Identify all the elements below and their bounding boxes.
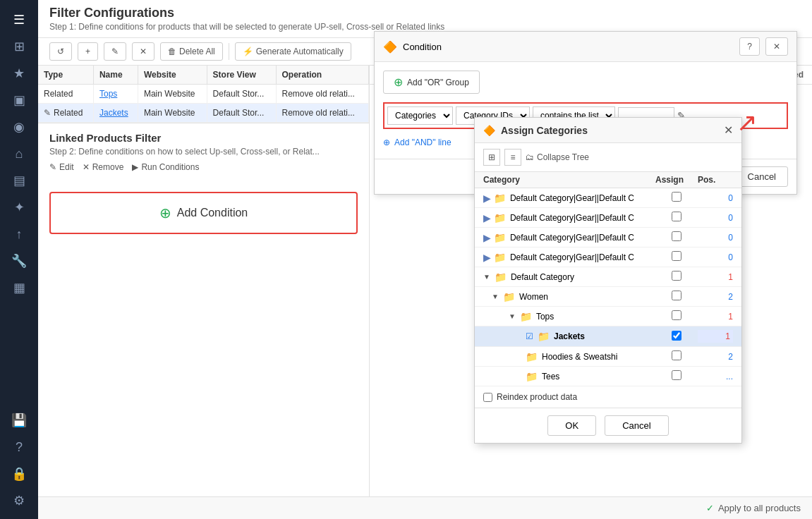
assign-row: ▶ 📁 Default Category|Gear||Default C 0 [475,228,741,248]
condition-header-actions: ? ✕ [739,37,788,56]
pos-value: 2 [698,292,733,302]
refresh-button[interactable]: ↺ [49,42,72,61]
assign-checkbox[interactable] [672,291,681,300]
assign-checkbox[interactable] [672,212,681,221]
table-row[interactable]: Related Tops Main Website Default Stor..… [38,85,369,104]
condition-help-button[interactable]: ? [739,37,760,56]
wrench-icon[interactable]: 🔧 [5,248,33,274]
pos-value: 0 [698,213,733,223]
puzzle-icon[interactable]: ✦ [5,195,33,220]
assign-categories-modal: 🔶 Assign Categories ✕ ⊞ ≡ 🗂 Collapse Tre… [474,117,742,444]
help-icon[interactable]: ? [5,434,33,460]
assign-cell [655,271,698,283]
col-assign: Assign [655,175,698,185]
edit-button[interactable]: ✎ [104,42,126,61]
category-name: 📁 Tees [526,371,655,382]
add-button[interactable]: + [78,42,98,61]
assign-checkbox-jackets[interactable] [672,331,681,341]
category-select[interactable]: Categories [387,106,453,125]
assign-cell [655,231,698,243]
star-icon[interactable]: ★ [5,61,33,86]
category-name: ▼ 📁 Women [492,291,655,303]
save-icon[interactable]: 💾 [5,408,33,433]
sidebar-bottom: 💾 ? 🔒 ⚙ [5,408,33,513]
home-icon[interactable]: ⌂ [5,141,33,166]
pos-value: 0 [698,252,733,262]
list-view-icon[interactable]: ≡ [504,149,521,166]
col-header-name: Name [93,66,138,85]
pos-value: 0 [698,193,733,203]
assign-checkbox[interactable] [672,350,681,360]
assign-checkbox[interactable] [672,251,681,261]
assign-checkbox[interactable] [672,192,681,202]
lock-icon[interactable]: 🔒 [5,461,33,487]
category-name: ▶ 📁 Default Category|Gear||Default C [483,212,655,224]
upload-icon[interactable]: ↑ [5,221,33,247]
assign-row: 📁 Hoodies & Sweatshi 2 [475,347,741,367]
condition-close-button[interactable]: ✕ [765,37,788,56]
ok-button[interactable]: OK [547,415,596,436]
reindex-checkbox[interactable] [483,393,492,402]
menu-icon[interactable]: ☰ [5,7,33,32]
delete-button[interactable]: ✕ [132,42,154,61]
category-label: Default Category [511,272,574,282]
chart-icon[interactable]: ▤ [5,168,33,193]
assign-close-button[interactable]: ✕ [724,123,733,137]
apply-label: Apply to all products [718,503,801,513]
assign-cell [655,291,698,303]
add-condition-button[interactable]: ⊕ Add Condition [159,204,248,221]
delete-all-icon: 🗑 [168,47,176,56]
dashboard-icon[interactable]: ⊞ [5,34,33,59]
col-header-operation: Operation [276,66,368,85]
pos-value: 1 [698,272,733,282]
edit-condition-button[interactable]: ✎ Edit [49,162,74,172]
add-condition-area[interactable]: ⊕ Add Condition [49,192,358,234]
condition-title-row: 🔶 Condition [383,40,442,54]
row-website: Main Website [138,85,207,104]
add-or-group-button[interactable]: ⊕ Add "OR" Group [383,71,480,94]
apply-to-all-button[interactable]: ✓ Apply to all products [706,503,801,513]
assign-checkbox[interactable] [672,231,681,241]
assign-cell [655,251,698,263]
delete-all-button[interactable]: 🗑 Delete All [160,42,223,61]
assign-row: ▶ 📁 Default Category|Gear||Default C 0 [475,188,741,208]
folder-icon: ▶ 📁 [483,252,506,263]
generate-automatically-button[interactable]: ⚡ Generate Automatically [235,42,351,61]
assign-checkbox[interactable] [672,310,681,320]
run-conditions-button[interactable]: ▶ Run Conditions [132,162,199,172]
chevron-icon: ▼ [492,293,499,300]
assign-title: Assign Categories [501,125,588,136]
folder-icon: 📁 [526,371,538,382]
user-icon[interactable]: ◉ [5,114,33,140]
assign-row: ▼ 📁 Tops 1 [475,307,741,326]
remove-label: Remove [92,162,124,172]
category-label: Women [519,292,548,302]
assign-footer: OK Cancel [475,408,741,443]
chevron-icon: ▼ [509,312,516,320]
assign-checkbox[interactable] [672,271,681,281]
assign-row: ▶ 📁 Default Category|Gear||Default C 0 [475,208,741,228]
folder-icon: ▶ 📁 [483,212,506,224]
remove-condition-button[interactable]: ✕ Remove [83,162,124,172]
name-link[interactable]: Tops [99,89,117,99]
collapse-tree-button[interactable]: 🗂 Collapse Tree [526,152,589,162]
box-icon[interactable]: ▣ [5,87,33,113]
cancel-categories-button[interactable]: Cancel [605,415,668,436]
grid-view-icon[interactable]: ⊞ [483,149,500,166]
run-icon: ▶ [132,162,138,172]
cancel-condition-button[interactable]: Cancel [736,166,788,187]
name-link[interactable]: Jackets [99,108,128,118]
row-name: Tops [93,85,138,104]
assign-checkbox[interactable] [672,370,681,380]
checkbox-checked-icon: ☑ [526,331,533,341]
col-pos: Pos. [698,175,733,185]
remove-icon: ✕ [83,162,90,172]
settings-icon[interactable]: ⚙ [5,488,33,513]
page-title: Filter Configurations [49,6,801,20]
grid-icon[interactable]: ▦ [5,275,33,300]
col-header-type: Type [38,66,93,85]
table-row[interactable]: ✎Related Jackets Main Website Default St… [38,104,369,123]
collapse-label: Collapse Tree [537,152,589,162]
condition-header: 🔶 Condition ? ✕ [375,32,796,62]
col-header-store: Store View [207,66,276,85]
